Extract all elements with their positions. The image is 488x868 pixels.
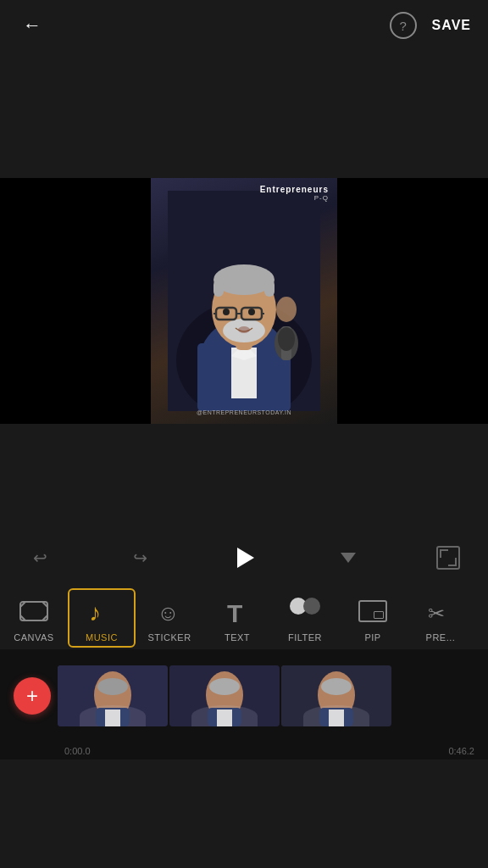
sticker-label: STICKER xyxy=(147,632,191,643)
preset-icon-wrap: ✂ xyxy=(423,593,458,629)
pip-label: PIP xyxy=(364,632,380,643)
text-label: TEXT xyxy=(225,632,250,643)
svg-rect-39 xyxy=(217,709,232,726)
svg-rect-34 xyxy=(105,709,120,726)
undo-button[interactable]: ↩ xyxy=(25,543,54,572)
svg-text:T: T xyxy=(227,599,242,626)
pip-icon xyxy=(358,600,387,622)
undo-icon: ↩ xyxy=(33,548,47,568)
clip-3-thumb xyxy=(281,665,391,726)
timeline-clip-2[interactable] xyxy=(169,665,280,726)
video-inner-frame: Entrepreneurs P-Q @ENTREPRENEURSTODAY.IN xyxy=(151,178,337,424)
sticker-icon: ☺ xyxy=(155,597,184,626)
svg-point-20 xyxy=(238,326,250,333)
text-icon-wrap: T xyxy=(219,593,255,629)
person-svg xyxy=(168,191,320,411)
play-triangle-icon xyxy=(237,548,254,568)
dropdown-button[interactable] xyxy=(334,543,363,572)
svg-point-23 xyxy=(278,327,295,351)
expand-button[interactable] xyxy=(434,543,463,572)
music-icon: ♪ xyxy=(87,597,116,626)
redo-icon: ↩ xyxy=(133,548,147,568)
timeline-timestamps: 0:00.0 0:46.2 xyxy=(0,743,488,760)
preview-area-top xyxy=(0,51,488,178)
preview-area-bottom xyxy=(0,424,488,534)
redo-button[interactable]: ↩ xyxy=(126,543,155,572)
filter-label: FILTER xyxy=(288,632,322,643)
timeline-area: + xyxy=(0,649,488,743)
svg-point-42 xyxy=(321,678,352,695)
toolbar-item-filter[interactable]: FILTER xyxy=(271,588,339,648)
timestamp-start: 0:00.0 xyxy=(64,746,91,756)
clip-1-thumb xyxy=(58,665,168,726)
svg-rect-33 xyxy=(96,708,130,726)
svg-rect-43 xyxy=(319,708,353,726)
toolbar-item-sticker[interactable]: ☺ STICKER xyxy=(136,588,203,648)
video-handle-overlay: @ENTREPRENEURSTODAY.IN xyxy=(197,409,291,415)
expand-icon xyxy=(436,546,460,570)
svg-rect-11 xyxy=(264,280,274,297)
scissors-icon: ✂ xyxy=(426,597,455,626)
svg-point-24 xyxy=(276,297,297,322)
timestamp-end: 0:46.2 xyxy=(448,746,474,756)
music-icon-wrap: ♪ xyxy=(84,593,119,629)
timeline-scroll[interactable] xyxy=(58,662,488,730)
svg-point-32 xyxy=(97,678,128,695)
timeline-clips xyxy=(58,665,391,726)
toolbar-item-preset[interactable]: ✂ PRE... xyxy=(407,588,474,648)
svg-rect-38 xyxy=(208,708,241,726)
music-label: MUSIC xyxy=(86,632,118,643)
back-button[interactable]: ← xyxy=(17,10,47,41)
dropdown-arrow-icon xyxy=(341,553,356,563)
save-button[interactable]: SAVE xyxy=(432,18,471,33)
svg-point-19 xyxy=(248,309,255,315)
header-right-actions: ? SAVE xyxy=(390,12,471,39)
play-button[interactable] xyxy=(226,540,262,576)
timeline-clip-3[interactable] xyxy=(281,665,391,726)
help-button[interactable]: ? xyxy=(390,12,417,39)
svg-text:♪: ♪ xyxy=(89,599,101,626)
toolbar-item-pip[interactable]: PIP xyxy=(339,588,407,648)
svg-rect-25 xyxy=(20,602,47,620)
text-icon: T xyxy=(223,597,252,626)
timeline-clip-1[interactable] xyxy=(58,665,168,726)
toolbar: CANVAS ♪ MUSIC ☺ STICKER T TEXT xyxy=(0,581,488,649)
svg-rect-10 xyxy=(214,280,224,297)
add-clip-button[interactable]: + xyxy=(14,677,51,715)
toolbar-item-canvas[interactable]: CANVAS xyxy=(0,588,68,648)
filter-icon-wrap xyxy=(287,593,323,629)
canvas-icon-wrap xyxy=(16,593,52,629)
svg-point-18 xyxy=(223,309,230,315)
header: ← ? SAVE xyxy=(0,0,488,51)
video-title-overlay: Entrepreneurs P-Q xyxy=(260,185,329,202)
svg-point-37 xyxy=(209,678,240,695)
clip-2-thumb xyxy=(169,665,280,726)
preset-label: PRE... xyxy=(426,632,456,643)
canvas-icon xyxy=(19,598,49,624)
toolbar-item-text[interactable]: T TEXT xyxy=(203,588,271,648)
pip-inner-box xyxy=(374,611,384,619)
toolbar-item-music[interactable]: ♪ MUSIC xyxy=(68,588,136,648)
filter-circles-icon xyxy=(290,598,320,625)
video-preview: Entrepreneurs P-Q @ENTREPRENEURSTODAY.IN xyxy=(0,178,488,424)
controls-bar: ↩ ↩ xyxy=(0,534,488,581)
canvas-label: CANVAS xyxy=(14,632,53,643)
pip-icon-wrap xyxy=(355,593,391,629)
sticker-icon-wrap: ☺ xyxy=(152,593,187,629)
svg-text:✂: ✂ xyxy=(428,602,445,625)
svg-rect-44 xyxy=(329,709,344,726)
svg-text:☺: ☺ xyxy=(157,600,180,626)
